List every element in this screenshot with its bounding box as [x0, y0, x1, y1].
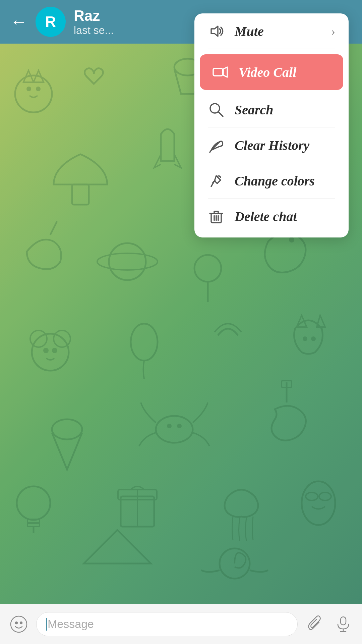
svg-point-68 — [11, 616, 27, 632]
avatar[interactable]: R — [36, 7, 66, 37]
menu-item-video-call[interactable]: Video Call — [200, 54, 343, 90]
svg-marker-56 — [211, 26, 218, 36]
text-cursor — [46, 618, 47, 631]
change-colors-label: Change colors — [235, 173, 315, 189]
svg-point-70 — [20, 622, 22, 624]
contact-info: Raz last se... — [74, 7, 114, 37]
svg-marker-58 — [223, 67, 227, 77]
menu-item-mute[interactable]: Mute › — [194, 13, 349, 49]
svg-rect-71 — [341, 617, 346, 625]
search-label: Search — [235, 102, 274, 118]
svg-point-69 — [15, 622, 17, 624]
menu-item-change-colors[interactable]: Change colors — [194, 163, 349, 199]
message-bar: Message — [0, 604, 362, 644]
emoji-button[interactable] — [8, 613, 29, 635]
mute-arrow-icon: › — [331, 24, 335, 38]
palette-icon — [208, 172, 225, 189]
svg-rect-57 — [213, 68, 223, 76]
video-call-icon — [212, 64, 229, 80]
video-call-label: Video Call — [239, 64, 296, 80]
back-button[interactable]: ← — [10, 13, 27, 31]
menu-item-delete-chat[interactable]: Delete chat — [194, 199, 349, 234]
message-input[interactable]: Message — [36, 612, 298, 636]
delete-chat-label: Delete chat — [235, 209, 297, 224]
clear-history-icon — [208, 137, 225, 154]
context-menu: Mute › Video Call Search — [194, 13, 349, 237]
message-placeholder: Message — [48, 618, 94, 631]
contact-status: last se... — [74, 24, 114, 37]
mute-icon — [208, 23, 225, 40]
mute-label: Mute — [235, 23, 264, 39]
contact-name: Raz — [74, 7, 114, 24]
trash-icon — [208, 208, 225, 225]
clear-history-label: Clear History — [235, 138, 309, 153]
svg-line-60 — [218, 112, 223, 116]
menu-item-search[interactable]: Search — [194, 92, 349, 127]
mic-button[interactable] — [333, 613, 354, 635]
menu-item-clear-history[interactable]: Clear History — [194, 127, 349, 163]
svg-line-62 — [213, 180, 215, 182]
search-icon — [208, 101, 225, 118]
attach-button[interactable] — [304, 613, 326, 635]
